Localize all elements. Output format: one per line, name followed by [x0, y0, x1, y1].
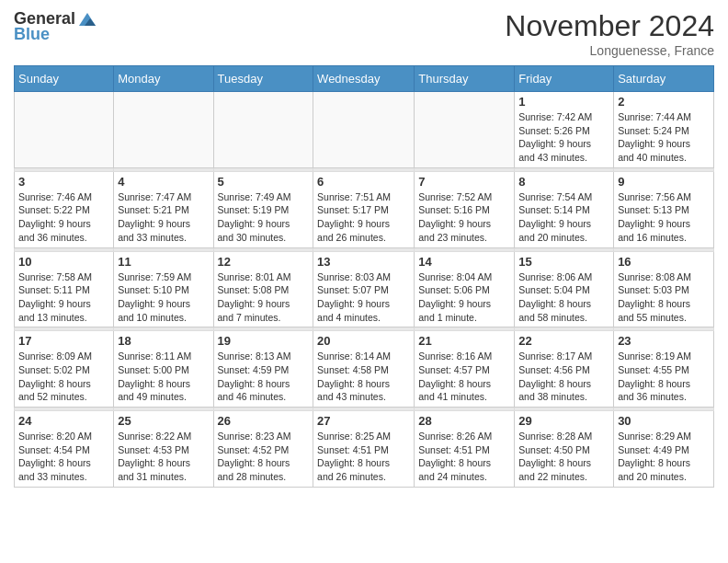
day-info: Sunrise: 8:16 AM Sunset: 4:57 PM Dayligh… [418, 350, 510, 404]
table-row [15, 92, 114, 168]
day-number: 16 [618, 255, 710, 269]
day-info: Sunrise: 7:46 AM Sunset: 5:22 PM Dayligh… [18, 190, 109, 245]
table-row: 20Sunrise: 8:14 AM Sunset: 4:58 PM Dayli… [313, 331, 415, 408]
day-info: Sunrise: 7:49 AM Sunset: 5:19 PM Dayligh… [218, 190, 310, 245]
day-number: 19 [218, 334, 310, 348]
day-info: Sunrise: 7:51 AM Sunset: 5:17 PM Dayligh… [317, 190, 410, 245]
day-number: 4 [118, 175, 209, 189]
calendar-week-4: 17Sunrise: 8:09 AM Sunset: 5:02 PM Dayli… [15, 331, 714, 408]
table-row: 4Sunrise: 7:47 AM Sunset: 5:21 PM Daylig… [114, 171, 213, 247]
day-number: 20 [317, 334, 410, 348]
table-row [415, 92, 515, 168]
day-number: 5 [218, 175, 310, 189]
calendar-header-row: Sunday Monday Tuesday Wednesday Thursday… [15, 66, 714, 92]
table-row: 9Sunrise: 7:56 AM Sunset: 5:13 PM Daylig… [614, 171, 714, 247]
col-wednesday: Wednesday [313, 66, 415, 92]
table-row: 27Sunrise: 8:25 AM Sunset: 4:51 PM Dayli… [313, 411, 415, 488]
table-row [114, 92, 213, 168]
table-row: 19Sunrise: 8:13 AM Sunset: 4:59 PM Dayli… [213, 331, 313, 408]
day-info: Sunrise: 8:04 AM Sunset: 5:06 PM Dayligh… [418, 270, 510, 325]
col-saturday: Saturday [614, 66, 714, 92]
day-info: Sunrise: 8:01 AM Sunset: 5:08 PM Dayligh… [218, 270, 310, 325]
day-info: Sunrise: 8:26 AM Sunset: 4:51 PM Dayligh… [418, 430, 510, 484]
day-number: 25 [118, 414, 209, 428]
day-number: 12 [218, 255, 310, 269]
table-row: 11Sunrise: 7:59 AM Sunset: 5:10 PM Dayli… [114, 251, 213, 327]
day-info: Sunrise: 7:47 AM Sunset: 5:21 PM Dayligh… [118, 190, 209, 245]
day-number: 2 [618, 95, 710, 109]
day-info: Sunrise: 8:25 AM Sunset: 4:51 PM Dayligh… [317, 430, 410, 484]
day-info: Sunrise: 8:22 AM Sunset: 4:53 PM Dayligh… [118, 430, 209, 484]
table-row: 21Sunrise: 8:16 AM Sunset: 4:57 PM Dayli… [415, 331, 515, 408]
col-thursday: Thursday [415, 66, 515, 92]
day-number: 1 [518, 95, 609, 109]
day-number: 21 [418, 334, 510, 348]
logo: General Blue [14, 9, 97, 44]
table-row [213, 92, 313, 168]
table-row: 14Sunrise: 8:04 AM Sunset: 5:06 PM Dayli… [415, 251, 515, 327]
day-info: Sunrise: 7:54 AM Sunset: 5:14 PM Dayligh… [518, 190, 609, 245]
day-info: Sunrise: 7:59 AM Sunset: 5:10 PM Dayligh… [118, 270, 209, 325]
day-info: Sunrise: 8:23 AM Sunset: 4:52 PM Dayligh… [218, 430, 310, 484]
day-number: 9 [618, 175, 710, 189]
day-number: 15 [518, 255, 609, 269]
day-number: 30 [618, 414, 710, 428]
day-info: Sunrise: 8:08 AM Sunset: 5:03 PM Dayligh… [618, 270, 710, 325]
logo-icon [77, 11, 97, 28]
table-row: 30Sunrise: 8:29 AM Sunset: 4:49 PM Dayli… [614, 411, 714, 488]
table-row: 10Sunrise: 7:58 AM Sunset: 5:11 PM Dayli… [15, 251, 114, 327]
day-number: 6 [317, 175, 410, 189]
table-row: 26Sunrise: 8:23 AM Sunset: 4:52 PM Dayli… [213, 411, 313, 488]
table-row: 2Sunrise: 7:44 AM Sunset: 5:24 PM Daylig… [614, 92, 714, 168]
page-header: General Blue November 2024 Longuenesse, … [14, 9, 714, 58]
col-friday: Friday [515, 66, 614, 92]
day-number: 23 [618, 334, 710, 348]
table-row: 29Sunrise: 8:28 AM Sunset: 4:50 PM Dayli… [515, 411, 614, 488]
table-row: 12Sunrise: 8:01 AM Sunset: 5:08 PM Dayli… [213, 251, 313, 327]
day-number: 28 [418, 414, 510, 428]
day-info: Sunrise: 8:13 AM Sunset: 4:59 PM Dayligh… [218, 350, 310, 404]
day-info: Sunrise: 7:44 AM Sunset: 5:24 PM Dayligh… [618, 110, 710, 165]
table-row: 23Sunrise: 8:19 AM Sunset: 4:55 PM Dayli… [614, 331, 714, 408]
table-row: 28Sunrise: 8:26 AM Sunset: 4:51 PM Dayli… [415, 411, 515, 488]
calendar-week-3: 10Sunrise: 7:58 AM Sunset: 5:11 PM Dayli… [15, 251, 714, 327]
day-number: 7 [418, 175, 510, 189]
table-row: 13Sunrise: 8:03 AM Sunset: 5:07 PM Dayli… [313, 251, 415, 327]
day-info: Sunrise: 7:52 AM Sunset: 5:16 PM Dayligh… [418, 190, 510, 245]
day-number: 27 [317, 414, 410, 428]
table-row: 15Sunrise: 8:06 AM Sunset: 5:04 PM Dayli… [515, 251, 614, 327]
col-tuesday: Tuesday [213, 66, 313, 92]
day-info: Sunrise: 8:19 AM Sunset: 4:55 PM Dayligh… [618, 350, 710, 404]
day-info: Sunrise: 7:42 AM Sunset: 5:26 PM Dayligh… [518, 110, 609, 165]
day-number: 24 [18, 414, 109, 428]
day-number: 8 [518, 175, 609, 189]
day-number: 26 [218, 414, 310, 428]
table-row: 3Sunrise: 7:46 AM Sunset: 5:22 PM Daylig… [15, 171, 114, 247]
col-sunday: Sunday [15, 66, 114, 92]
table-row: 22Sunrise: 8:17 AM Sunset: 4:56 PM Dayli… [515, 331, 614, 408]
day-number: 11 [118, 255, 209, 269]
month-title: November 2024 [505, 9, 714, 43]
table-row [313, 92, 415, 168]
col-monday: Monday [114, 66, 213, 92]
calendar-week-2: 3Sunrise: 7:46 AM Sunset: 5:22 PM Daylig… [15, 171, 714, 247]
calendar-week-1: 1Sunrise: 7:42 AM Sunset: 5:26 PM Daylig… [15, 92, 714, 168]
page-container: General Blue November 2024 Longuenesse, … [0, 0, 728, 497]
location: Longuenesse, France [505, 43, 714, 58]
day-number: 3 [18, 175, 109, 189]
table-row: 24Sunrise: 8:20 AM Sunset: 4:54 PM Dayli… [15, 411, 114, 488]
table-row: 8Sunrise: 7:54 AM Sunset: 5:14 PM Daylig… [515, 171, 614, 247]
day-info: Sunrise: 7:56 AM Sunset: 5:13 PM Dayligh… [618, 190, 710, 245]
table-row: 7Sunrise: 7:52 AM Sunset: 5:16 PM Daylig… [415, 171, 515, 247]
day-number: 18 [118, 334, 209, 348]
day-info: Sunrise: 8:11 AM Sunset: 5:00 PM Dayligh… [118, 350, 209, 404]
day-number: 10 [18, 255, 109, 269]
table-row: 6Sunrise: 7:51 AM Sunset: 5:17 PM Daylig… [313, 171, 415, 247]
day-number: 13 [317, 255, 410, 269]
day-info: Sunrise: 8:17 AM Sunset: 4:56 PM Dayligh… [518, 350, 609, 404]
day-number: 29 [518, 414, 609, 428]
table-row: 17Sunrise: 8:09 AM Sunset: 5:02 PM Dayli… [15, 331, 114, 408]
day-info: Sunrise: 8:14 AM Sunset: 4:58 PM Dayligh… [317, 350, 410, 404]
calendar-week-5: 24Sunrise: 8:20 AM Sunset: 4:54 PM Dayli… [15, 411, 714, 488]
table-row: 16Sunrise: 8:08 AM Sunset: 5:03 PM Dayli… [614, 251, 714, 327]
